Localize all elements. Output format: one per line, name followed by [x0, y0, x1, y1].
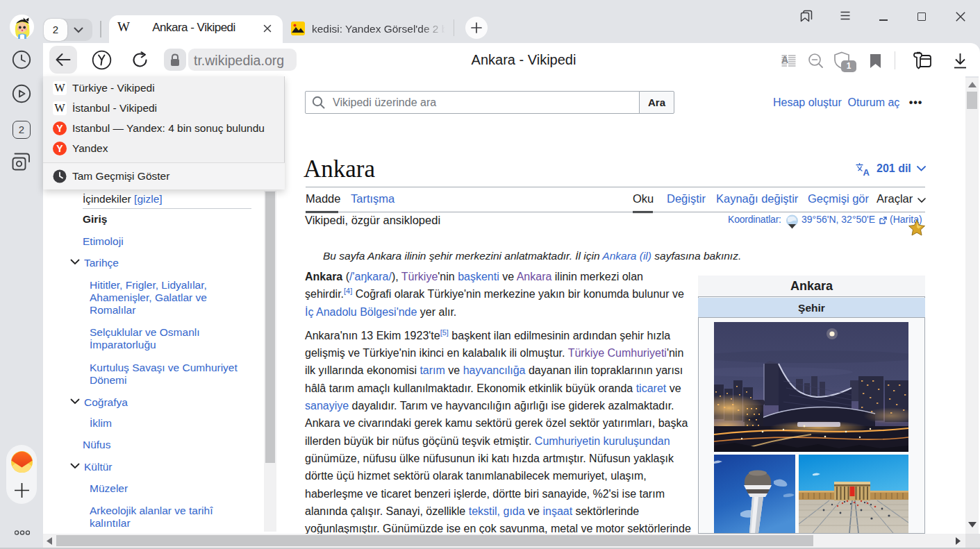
svg-text:A: A [863, 167, 870, 176]
svg-text:A: A [781, 54, 788, 65]
